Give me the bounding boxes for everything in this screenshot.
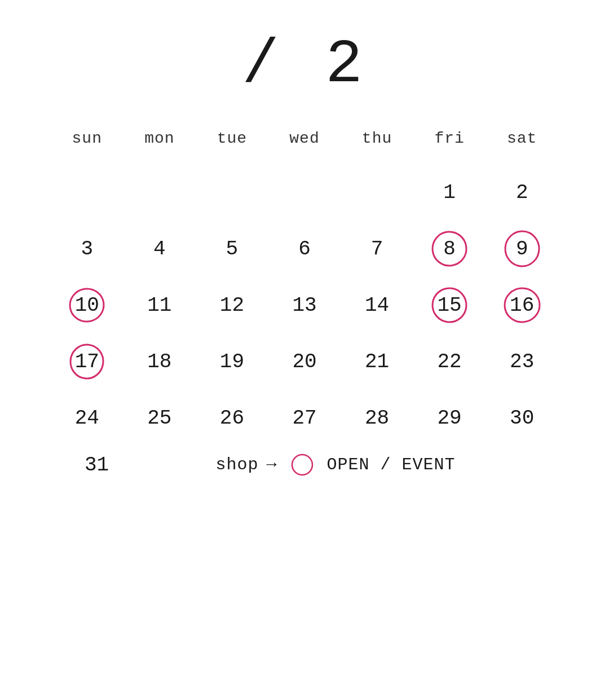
day-13: 13: [268, 277, 341, 333]
month-title: / 2: [51, 34, 558, 96]
day-empty: [341, 164, 413, 221]
day-20: 20: [268, 333, 341, 390]
legend-circle-icon: [289, 452, 315, 478]
day-empty: [268, 164, 341, 221]
header-sun: sun: [51, 124, 123, 164]
calendar-grid: sun mon tue wed thu fri sat 1 2 3 4 5 6: [51, 124, 558, 446]
day-empty: [51, 164, 123, 221]
day-5: 5: [196, 221, 268, 277]
bottom-row: 31 shop → OPEN / EVENT: [51, 446, 558, 478]
day-10: 10: [51, 277, 123, 333]
svg-point-6: [292, 455, 312, 475]
day-12: 12: [196, 277, 268, 333]
day-25: 25: [123, 390, 196, 446]
day-6: 6: [268, 221, 341, 277]
day-empty: [123, 164, 196, 221]
day-11: 11: [123, 277, 196, 333]
day-27: 27: [268, 390, 341, 446]
calendar-container: / 2 sun mon tue wed thu fri sat 1 2 3 4 …: [51, 0, 558, 478]
day-26: 26: [196, 390, 268, 446]
day-15: 15: [413, 277, 486, 333]
header-wed: wed: [268, 124, 341, 164]
day-empty: [196, 164, 268, 221]
header-fri: fri: [413, 124, 486, 164]
day-18: 18: [123, 333, 196, 390]
day-17: 17: [51, 333, 123, 390]
day-24: 24: [51, 390, 123, 446]
day-28: 28: [341, 390, 413, 446]
day-8: 8: [413, 221, 486, 277]
day-3: 3: [51, 221, 123, 277]
day-1: 1: [413, 164, 486, 221]
day-19: 19: [196, 333, 268, 390]
day-23: 23: [486, 333, 558, 390]
day-31: 31: [51, 454, 124, 477]
day-29: 29: [413, 390, 486, 446]
day-16: 16: [486, 277, 558, 333]
day-2: 2: [486, 164, 558, 221]
day-21: 21: [341, 333, 413, 390]
header-sat: sat: [486, 124, 558, 164]
day-14: 14: [341, 277, 413, 333]
day-7: 7: [341, 221, 413, 277]
legend-open-event: OPEN / EVENT: [326, 455, 455, 474]
legend-shop: shop: [215, 455, 258, 474]
legend-area: shop → OPEN / EVENT: [124, 452, 558, 478]
legend-arrow: →: [266, 455, 277, 474]
header-tue: tue: [196, 124, 268, 164]
day-22: 22: [413, 333, 486, 390]
header-mon: mon: [123, 124, 196, 164]
day-4: 4: [123, 221, 196, 277]
header-thu: thu: [341, 124, 413, 164]
day-30: 30: [486, 390, 558, 446]
day-9: 9: [486, 221, 558, 277]
